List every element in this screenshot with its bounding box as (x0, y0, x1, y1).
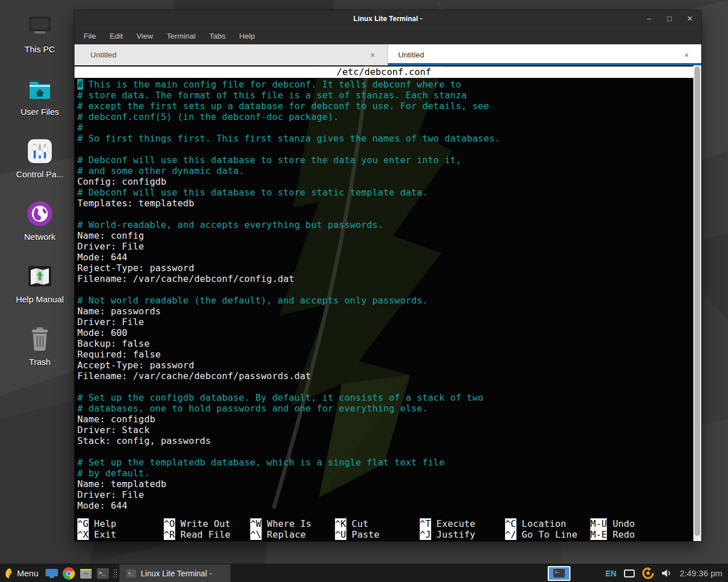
desktop-icon-control-panel[interactable]: Control Pa... (6, 138, 74, 200)
desktop-icon-label: Trash (29, 357, 51, 367)
tab-label: Untitled (388, 51, 424, 59)
terminal-launcher-icon[interactable]: >_ (94, 564, 111, 582)
nano-shortcut: ^/ Go To Line (505, 529, 590, 540)
terminal-line: Stack: config, passwords (77, 435, 693, 446)
clock[interactable]: 2:49:36 pm (680, 568, 722, 578)
this-pc-icon (26, 13, 53, 40)
help-manual-icon (26, 263, 53, 290)
nano-shortcut: M-U Undo (590, 518, 693, 529)
desktop-icon-trash[interactable]: Trash (6, 325, 74, 388)
focused-window-tray-button[interactable]: >- (548, 566, 570, 581)
desktop-icon-user-files[interactable]: User Files (6, 75, 74, 138)
terminal-line: Templates: templatedb (77, 198, 693, 209)
tab-close-icon[interactable]: × (682, 51, 691, 60)
terminal-line: Driver: Stack (77, 425, 693, 435)
terminal-line: Mode: 644 (77, 500, 693, 511)
nano-shortcut: ^U Paste (335, 529, 420, 540)
terminal-line: # Set up the templatedb database, which … (77, 457, 693, 468)
display-tray-icon[interactable] (624, 569, 635, 577)
terminal-line: Name: templatedb (77, 479, 693, 489)
desktop-icon-network[interactable]: Network (6, 200, 74, 263)
chrome-browser-icon[interactable] (60, 564, 77, 582)
nano-editor: GNU nano 7.2 /etc/debconf.conf # This is… (75, 65, 693, 541)
taskbar-handle[interactable] (113, 569, 118, 578)
text-cursor: # (77, 79, 83, 90)
desktop-icon-help-manual[interactable]: Help Manual (6, 263, 74, 325)
terminal-line: Filename: /var/cache/debconf/passwords.d… (77, 371, 693, 381)
nano-shortcut: ^J Justify (420, 529, 505, 540)
terminal-line: # store data. The format of this file is… (77, 90, 693, 101)
desktop-icon-label: This PC (24, 44, 55, 54)
terminal-line: # Not world readable (the default), and … (77, 295, 693, 306)
update-notifier-icon[interactable] (642, 567, 654, 579)
menu-edit[interactable]: Edit (108, 31, 125, 41)
shortcut-row-2: ^X Exit^R Read File^\ Replace^U Paste^J … (77, 529, 693, 540)
nano-shortcut: M-E Redo (590, 529, 693, 540)
task-button-label: Linux Lite Terminal - (141, 569, 212, 578)
terminal-line (77, 446, 693, 457)
desktop: This PC User Files (0, 0, 728, 582)
terminal-line: Config: configdb (77, 176, 693, 187)
menu-view[interactable]: View (135, 31, 155, 41)
nano-shortcut: ^W Where Is (250, 518, 335, 529)
terminal-line: Driver: File (77, 489, 693, 500)
close-button[interactable]: ✕ (685, 10, 694, 27)
terminal-line: Name: passwords (77, 306, 693, 317)
tab-untitled-1[interactable]: Untitled × (75, 44, 388, 65)
desktop-icon-label: User Files (20, 107, 59, 117)
trash-icon (26, 325, 53, 352)
tab-untitled-2[interactable]: Untitled × (388, 44, 701, 65)
terminal-line: # databases, one to hold passwords and o… (77, 403, 693, 414)
terminal-line: # and some other dynamic data. (77, 165, 693, 176)
tab-close-icon[interactable]: × (368, 51, 377, 60)
terminal-line: Driver: File (77, 241, 693, 252)
menu-bar: File Edit View Terminal Tabs Help (75, 27, 701, 44)
nano-shortcut: ^\ Replace (250, 529, 335, 540)
keyboard-layout-indicator[interactable]: EN (605, 569, 616, 578)
terminal-screen[interactable]: GNU nano 7.2 /etc/debconf.conf # This is… (75, 65, 701, 541)
svg-text:>_: >_ (128, 570, 133, 575)
network-globe-icon (26, 200, 53, 227)
terminal-window: Linux Lite Terminal - – □ ✕ File Edit Vi… (75, 10, 701, 541)
maximize-button[interactable]: □ (665, 10, 674, 27)
window-titlebar[interactable]: Linux Lite Terminal - – □ ✕ (75, 10, 701, 27)
tab-label: Untitled (75, 51, 117, 59)
desktop-icon-label: Help Manual (16, 294, 64, 304)
shortcut-row-1: ^G Help^O Write Out^W Where Is^K Cut^T E… (77, 518, 693, 529)
file-manager-icon[interactable] (77, 564, 94, 582)
menu-file[interactable]: File (82, 31, 98, 41)
scrollbar-thumb[interactable] (694, 66, 700, 536)
desktop-icon-label: Control Pa... (16, 169, 63, 179)
menu-terminal[interactable]: Terminal (165, 31, 197, 41)
nano-lines: # This is the main config file for debco… (75, 78, 693, 518)
terminal-line (77, 144, 693, 155)
nano-shortcut-bar: ^G Help^O Write Out^W Where Is^K Cut^T E… (75, 518, 693, 541)
terminal-line (77, 209, 693, 219)
terminal-scrollbar[interactable] (693, 65, 701, 541)
terminal-line: Accept-Type: password (77, 360, 693, 371)
minimize-button[interactable]: – (644, 10, 653, 27)
nano-shortcut: ^X Exit (77, 529, 164, 540)
taskbar: Menu (0, 564, 728, 582)
desktop-icon-this-pc[interactable]: This PC (6, 13, 74, 75)
terminal-line: # (77, 122, 693, 133)
nano-shortcut: ^C Location (505, 518, 590, 529)
menu-button-label: Menu (17, 568, 39, 578)
window-controls: – □ ✕ (644, 10, 694, 27)
volume-icon[interactable] (661, 568, 672, 578)
terminal-line: Driver: File (77, 317, 693, 327)
nano-shortcut: ^T Execute (420, 518, 505, 529)
tab-bar: Untitled × Untitled × (75, 44, 701, 65)
menu-tabs[interactable]: Tabs (208, 31, 228, 41)
show-desktop-icon[interactable] (43, 564, 60, 582)
app-menu-button[interactable]: Menu (0, 564, 43, 582)
menu-help[interactable]: Help (238, 31, 257, 41)
nano-shortcut: ^O Write Out (164, 518, 250, 529)
control-panel-icon (26, 138, 53, 165)
nano-shortcut: ^R Read File (164, 529, 250, 540)
task-button-terminal[interactable]: >_ Linux Lite Terminal - (119, 564, 230, 582)
terminal-line: # So first things first. This first stan… (77, 133, 693, 144)
terminal-line: # Debconf will use this database to stor… (77, 187, 693, 198)
terminal-line: Name: configdb (77, 414, 693, 425)
terminal-line: Mode: 600 (77, 327, 693, 338)
